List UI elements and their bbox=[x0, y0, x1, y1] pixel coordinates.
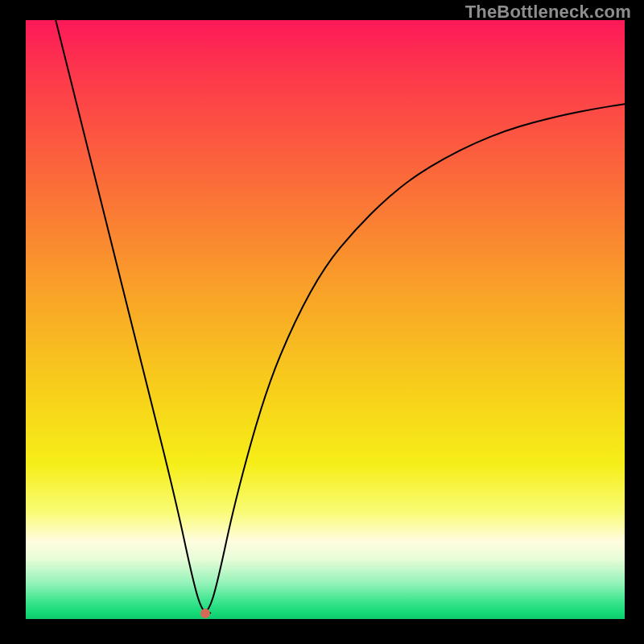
plot-area bbox=[26, 20, 625, 619]
bottleneck-curve bbox=[26, 20, 625, 619]
chart-frame: TheBottleneck.com bbox=[0, 0, 644, 644]
optimum-marker bbox=[200, 609, 210, 618]
watermark-text: TheBottleneck.com bbox=[465, 2, 631, 23]
